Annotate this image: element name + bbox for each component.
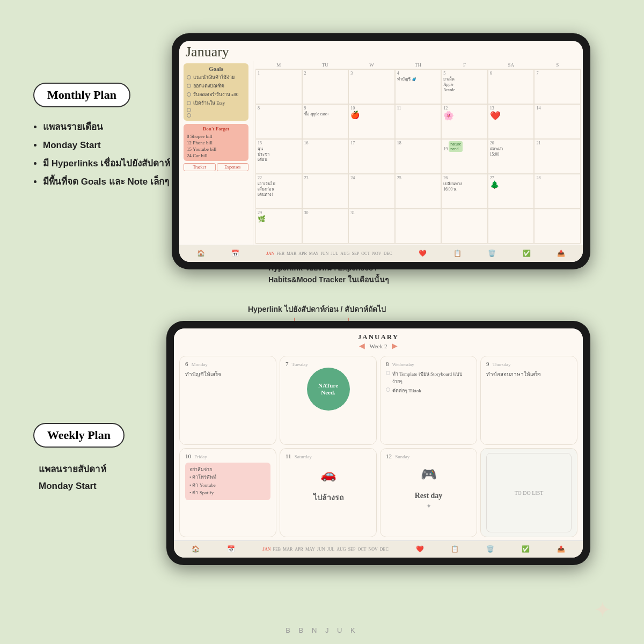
nav-check-w[interactable]: ✅	[522, 545, 530, 553]
wk-nav-oct[interactable]: OCT	[357, 547, 366, 552]
month-nav-bar-weekly[interactable]: JAN FEB MAR APR MAY JUN JUL AUG SEP OCT …	[262, 547, 389, 552]
nav-copy-w[interactable]: 📋	[451, 545, 459, 553]
nav-share[interactable]: 📤	[557, 250, 565, 258]
day-tu: TU	[302, 62, 349, 68]
friday-pink-note: อย่าลืมจ่าย • ค่าโทรศัพท์ • ค่า Youtube …	[185, 463, 270, 500]
cell-3-7: 21	[534, 139, 581, 174]
wk-nav-dec[interactable]: DEC	[380, 547, 389, 552]
next-week-arrow[interactable]: ▶	[392, 341, 398, 350]
nav-copy[interactable]: 📋	[453, 250, 462, 258]
goal-item-3: รับออเดอร์/รับงาน x80	[187, 91, 245, 98]
nav-mar[interactable]: MAR	[287, 251, 296, 256]
wk-nav-apr[interactable]: APR	[295, 547, 303, 552]
cell-4-3: 24	[348, 174, 395, 209]
cell-5-4	[395, 209, 442, 244]
wk-nav-mar[interactable]: MAR	[283, 547, 292, 552]
todo-box: TO DO LIST	[486, 453, 572, 532]
nav-heart-w[interactable]: ❤️	[416, 545, 424, 553]
month-nav-bar[interactable]: JAN FEB MAR APR MAY JUN JUL AUG SEP OCT …	[266, 251, 392, 256]
nav-dec[interactable]: DEC	[384, 251, 392, 256]
weekly-screen-container: JANUARY ◀ Week 2 ▶ 6 Monday ทำบัญชีให้เส…	[174, 328, 583, 558]
cell-5-1: 29 🌿	[255, 209, 302, 244]
tuesday-sticker: NATureNeed.	[286, 370, 371, 408]
nav-trash[interactable]: 🗑️	[488, 250, 496, 258]
cell-4-2: 23	[302, 174, 349, 209]
df-item-4: 24 Car bill	[187, 152, 245, 159]
nav-home-w[interactable]: 🏠	[192, 545, 200, 553]
monday-header: 6 Monday	[185, 361, 270, 367]
wk-nav-aug[interactable]: AUG	[336, 547, 346, 552]
weekly-month: JANUARY	[174, 333, 583, 341]
wk-nav-feb[interactable]: FEB	[273, 547, 281, 552]
nav-home[interactable]: 🏠	[197, 250, 205, 258]
tracker-tabs[interactable]: Tracker Expenses	[184, 163, 248, 171]
goal-item-2: ออกแต่งบัณฑิต	[187, 82, 245, 90]
nav-jun[interactable]: JUN	[321, 251, 329, 256]
nav-trash-w[interactable]: 🗑️	[486, 545, 494, 553]
tuesday-header: 7 Tuesday	[286, 361, 371, 367]
df-item-2: 12 Phone bill	[187, 140, 245, 146]
prev-week-arrow[interactable]: ◀	[359, 341, 365, 350]
nav-jan[interactable]: JAN	[266, 251, 275, 256]
cell-3-4: 18	[395, 139, 442, 174]
goal-item-5	[187, 108, 245, 112]
nav-check[interactable]: ✅	[523, 250, 531, 258]
cell-2-4: 11	[395, 104, 442, 139]
cell-1-5: 5 ยาเม็ดAppleArcade	[441, 69, 488, 104]
cell-5-5	[441, 209, 488, 244]
sunday-controller-emoji: 🎮	[386, 463, 471, 486]
week-cell-friday: 10 Friday อย่าลืมจ่าย • ค่าโทรศัพท์ • ค่…	[179, 448, 276, 537]
nav-aug[interactable]: AUG	[340, 251, 349, 256]
monthly-plan-label: Monthly Plan	[33, 83, 130, 107]
cal-week-2: 8 9 ซื้อ apple care+ 10 🍎 11 12 🌸 1	[255, 104, 581, 139]
thursday-header: 9 Thursday	[486, 361, 572, 367]
wednesday-header: 8 Wednesday	[386, 361, 471, 367]
wk-nav-jan[interactable]: JAN	[262, 547, 271, 552]
nav-jul[interactable]: JUL	[331, 251, 338, 256]
nav-share-w[interactable]: 📤	[557, 545, 565, 553]
weekly-header: JANUARY ◀ Week 2 ▶	[174, 328, 583, 353]
df-title: Don't Forget	[187, 126, 245, 131]
cell-4-4: 25	[395, 174, 442, 209]
goals-title: Goals	[187, 65, 245, 72]
saturday-car-emoji: 🚗	[286, 463, 371, 486]
cell-4-6: 27 🌲	[488, 174, 535, 209]
weekly-grid: 6 Monday ทำบัญชีให้เสร็จ 7 Tuesday NATur…	[174, 353, 583, 540]
nav-feb[interactable]: FEB	[276, 251, 284, 256]
week-cell-tuesday: 7 Tuesday NATureNeed.	[280, 356, 377, 445]
monthly-screen: January Goals แนะนำเงินค้าใช้จ่าย ออกแต่…	[179, 41, 583, 262]
wk-nav-jun[interactable]: JUN	[317, 547, 325, 552]
saturday-text: ไปล้างรถ	[286, 486, 371, 506]
goal-item-4: เปิดร้านใน Etsy	[187, 99, 245, 107]
nav-may[interactable]: MAY	[309, 251, 319, 256]
day-s: S	[534, 62, 581, 68]
sparkle-decoration: ✦	[594, 597, 612, 623]
cell-1-3: 3	[348, 69, 395, 104]
nav-nov[interactable]: NOV	[372, 251, 381, 256]
dont-forget-box: Don't Forget 8 Shopee bill 12 Phone bill…	[184, 124, 248, 161]
wk-nav-nov[interactable]: NOV	[368, 547, 377, 552]
cell-2-3: 10 🍎	[348, 104, 395, 139]
tablet-weekly: JANUARY ◀ Week 2 ▶ 6 Monday ทำบัญชีให้เส…	[166, 321, 590, 565]
nav-apr[interactable]: APR	[298, 251, 307, 256]
weekly-description: แพลนรายสัปดาห์ Monday Start	[39, 462, 106, 494]
monday-content: ทำบัญชีให้เสร็จ	[185, 370, 270, 378]
tab-tracker[interactable]: Tracker	[184, 163, 216, 171]
monthly-title-bar: January	[179, 41, 583, 61]
nav-cal-w[interactable]: 📅	[227, 545, 235, 553]
cell-3-6: 20 ต่อพม่า15:00	[488, 139, 535, 174]
wk-nav-sep[interactable]: SEP	[348, 547, 356, 552]
tab-expenses[interactable]: Expenses	[217, 163, 249, 171]
nav-heart[interactable]: ❤️	[419, 250, 427, 258]
nav-calendar[interactable]: 📅	[231, 250, 239, 258]
nav-oct[interactable]: OCT	[361, 251, 370, 256]
wk-nav-may[interactable]: MAY	[305, 547, 315, 552]
cell-1-1: 1	[255, 69, 302, 104]
left-panel: Goals แนะนำเงินค้าใช้จ่าย ออกแต่งบัณฑิต …	[179, 61, 253, 245]
goal-item-1: แนะนำเงินค้าใช้จ่าย	[187, 74, 245, 81]
cell-5-7	[534, 209, 581, 244]
week-cell-wednesday: 8 Wednesday ทำ Template เขียน Storyboard…	[380, 356, 477, 445]
wk-nav-jul[interactable]: JUL	[327, 547, 335, 552]
nav-sep[interactable]: SEP	[352, 251, 360, 256]
day-th: TH	[395, 62, 442, 68]
